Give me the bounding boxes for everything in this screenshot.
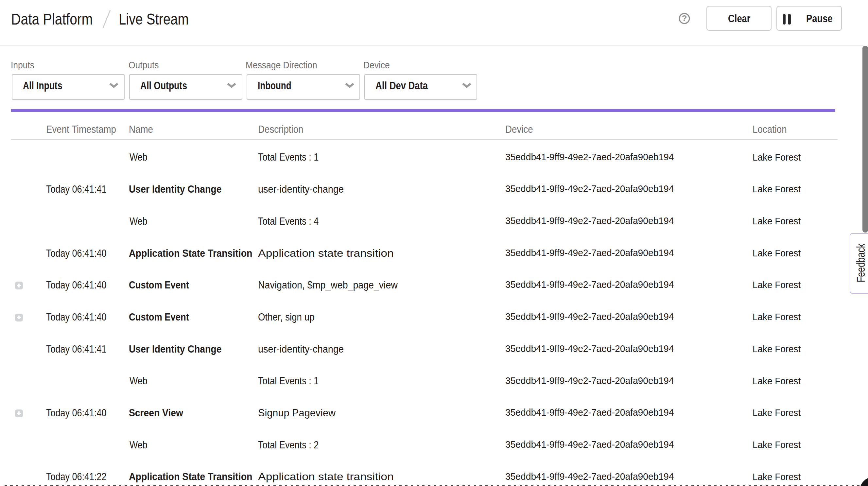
svg-text:?: ? bbox=[682, 13, 687, 23]
